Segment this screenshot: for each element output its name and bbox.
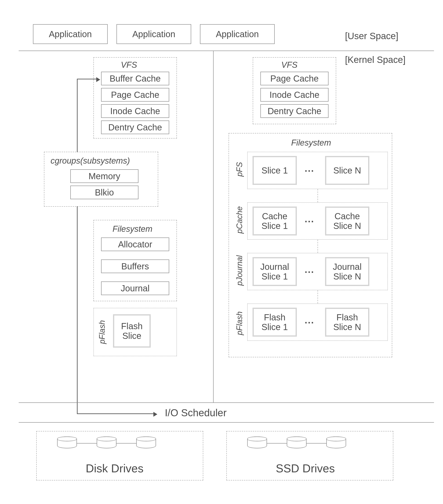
arrow-down-segment [77,206,78,414]
divider-user-kernel [19,51,434,51]
pfs-title: pFS [235,154,244,185]
left-filesystem-title: Filesystem [113,224,153,234]
arrow-to-io-scheduler [77,414,154,414]
pcache-slice-1: Cache Slice 1 [253,207,297,235]
left-fs-buffers: Buffers [101,259,169,273]
pjournal-slice-1: Journal Slice 1 [253,257,297,286]
right-vfs-title: VFS [281,60,298,70]
pfs-slice-1: Slice 1 [253,156,297,185]
left-cgroups-memory: Memory [70,169,138,183]
pfs-slice-n: Slice N [325,156,369,185]
pcache-slice-n: Cache Slice N [325,207,369,235]
pflash-dots: ⋯ [304,317,315,328]
io-scheduler-label: I/O Scheduler [165,407,227,419]
pjournal-slice-n: Journal Slice N [325,257,369,286]
conn-1 [318,189,318,202]
conn-3 [318,290,318,304]
left-vfs-dentry-cache: Dentry Cache [101,121,169,134]
application-box-1: Application [33,24,108,44]
pflash-title: pFlash [235,306,244,341]
left-vfs-title: VFS [121,60,137,70]
arrow-to-buffer-cache [77,79,97,79]
right-vfs-inode-cache: Inode Cache [260,88,328,102]
conn-2 [318,240,318,253]
pflash-slice-1: Flash Slice 1 [253,308,297,336]
kernel-space-label: [Kernel Space] [345,54,406,65]
right-vfs-dentry-cache: Dentry Cache [260,104,328,118]
left-pflash-slice: Flash Slice [113,314,151,347]
diagram-canvas: Application Application Application [Use… [7,7,436,504]
divider-bottom-of-io [19,422,434,423]
user-space-label: [User Space] [345,31,398,41]
pcache-dots: ⋯ [304,216,315,227]
pjournal-dots: ⋯ [304,266,315,277]
application-box-3: Application [200,24,275,44]
pflash-slice-n: Flash Slice N [325,308,369,336]
divider-top-of-io [19,402,434,403]
ssd-icons [247,436,370,450]
right-filesystem-title: Filesystem [291,138,331,147]
disk-drives-label: Disk Drives [86,462,143,475]
pfs-dots: ⋯ [304,165,315,176]
pjournal-title: pJournal [235,251,244,290]
left-vfs-buffer-cache: Buffer Cache [101,72,169,85]
left-cgroups-title: cgroups(subsystems) [51,156,130,166]
pcache-title: pCache [235,202,244,237]
disk-icons [57,436,180,450]
ssd-drives-label: SSD Drives [276,462,335,475]
right-vfs-page-cache: Page Cache [260,72,328,85]
center-divider [213,51,214,402]
left-vfs-page-cache: Page Cache [101,88,169,102]
application-box-2: Application [117,24,191,44]
left-fs-allocator: Allocator [101,237,169,251]
left-cgroups-blkio: Blkio [70,186,138,199]
left-fs-journal: Journal [101,282,169,295]
left-vfs-inode-cache: Inode Cache [101,104,169,118]
arrow-vertical-segment [77,79,78,152]
left-pflash-title: pFlash [98,314,107,350]
